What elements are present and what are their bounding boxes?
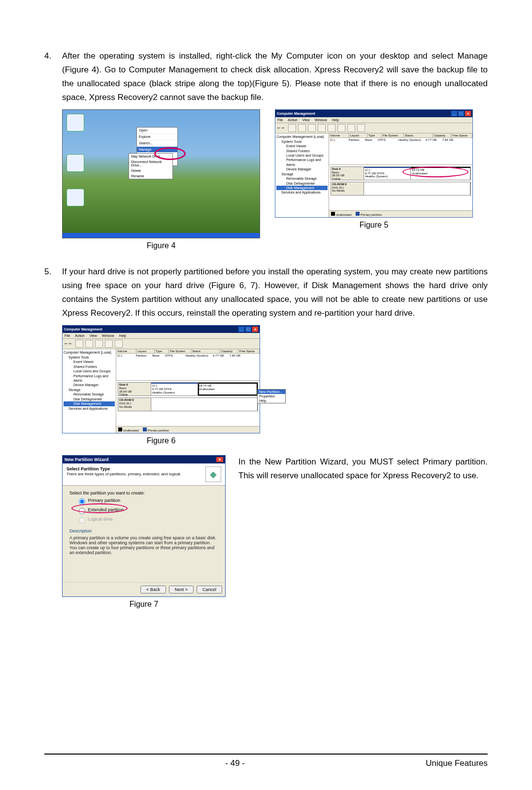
menu-file[interactable]: File [65,334,70,337]
tree-item[interactable]: Services and Applications [64,406,115,411]
tree-item[interactable]: Removable Storage [64,392,115,396]
ctx-help[interactable]: Help [258,398,285,403]
figure-5-caption: Figure 5 [360,221,389,230]
tool-button[interactable] [328,124,335,132]
tree-view[interactable]: Computer Management (Local)System ToolsE… [275,133,329,217]
tool-button[interactable] [105,340,113,348]
tree-item[interactable]: Event Viewer [276,144,328,148]
tree-item[interactable]: Disk Defragmenter [64,397,115,401]
close-button[interactable]: × [216,457,223,462]
volume-columns: Volume Layout Type File System Status Ca… [329,133,472,138]
ctx-new-partition[interactable]: New Partition... [258,390,285,394]
tree-item[interactable]: Disk Defragmenter [276,181,328,186]
highlight-ring [154,147,186,160]
menu-help[interactable]: Help [119,334,126,337]
tool-button[interactable] [357,124,365,132]
tree-item[interactable]: Shared Folders [276,149,328,153]
minimize-button[interactable]: _ [451,111,457,116]
tool-button[interactable] [337,124,345,132]
tree-item[interactable]: Computer Management (Local) [64,350,115,355]
tree-item[interactable]: Disk Management [64,401,115,406]
tool-button[interactable] [347,124,355,132]
tool-button[interactable] [75,340,83,348]
step5-number: 5. [44,265,62,320]
tool-button[interactable] [115,340,123,348]
ctx-search[interactable]: Search... [137,140,177,147]
cancel-button[interactable]: Cancel [197,586,222,593]
volume-list[interactable]: (C:) Partition Basic NTFS Healthy (Syste… [329,138,472,165]
menu-file[interactable]: File [277,118,283,122]
legend: Unallocated Primary partition [329,210,472,217]
tool-button[interactable] [308,124,316,132]
menu-bar[interactable]: File Action View Window Help [63,333,260,339]
minimize-button[interactable]: _ [238,327,244,332]
step4-number: 4. [44,49,62,104]
ctx-open[interactable]: Open [137,128,177,134]
tree-item[interactable]: Local Users and Groups [276,153,328,158]
disk-map[interactable]: Disk 0 Basic 28.50 GB Online (C:) 9.77 G… [329,165,472,210]
menu-action[interactable]: Action [75,334,84,337]
ctx-explore[interactable]: Explore [137,134,177,140]
tree-item[interactable]: Device Manager [276,167,328,171]
context-menu-new-partition[interactable]: New Partition... Properties Help [257,389,286,403]
tree-item[interactable]: Performance Logs and Alerts [276,158,328,167]
ctx-rename[interactable]: Rename [129,173,172,179]
menu-action[interactable]: Action [288,118,297,122]
tree-item[interactable]: Disk Management [276,186,328,190]
legend: Unallocated Primary partition [116,426,260,433]
tree-item[interactable]: Performance Logs and Alerts [64,374,115,383]
maximize-button[interactable]: □ [245,327,251,332]
wizard-subtext: There are three types of partitions: pri… [66,472,181,476]
back-button[interactable]: < Back [140,586,166,593]
tree-item[interactable]: Local Users and Groups [64,369,115,373]
opt-primary-label: Primary partition [88,498,121,503]
tree-item[interactable]: System Tools [64,355,115,360]
menu-window[interactable]: Window [315,118,327,122]
tool-button[interactable] [95,340,103,348]
disk-row[interactable]: Disk 0 Basic 28.50 GB Online (C:) 9.77 G… [118,382,258,396]
volume-list[interactable]: (C:) Partition Basic NTFS Healthy (Syste… [116,354,260,381]
ctx-delete[interactable]: Delete [129,168,172,173]
tool-button[interactable] [298,124,306,132]
maximize-button[interactable]: □ [458,111,464,116]
tree-item[interactable]: Storage [64,388,115,392]
tree-item[interactable]: Removable Storage [276,176,328,181]
taskbar [63,233,260,238]
desktop-icon [66,114,84,132]
tree-item[interactable]: Shared Folders [64,364,115,369]
tool-button[interactable] [288,124,296,132]
volume-columns: Volume Layout Type File System Status Ca… [116,349,260,354]
menu-bar[interactable]: File Action View Window Help [275,117,472,123]
radio-logical [79,517,85,524]
tree-item[interactable]: Event Viewer [64,360,115,364]
next-button[interactable]: Next > [169,586,194,593]
figure-4-caption: Figure 4 [147,241,176,250]
section-title: Unique Features [426,758,488,768]
desktop-icon [66,189,84,206]
step5-text: If your hard drive is not properly parti… [62,265,488,320]
close-button[interactable]: × [252,327,258,332]
tree-item[interactable]: Device Manager [64,383,115,387]
tree-item[interactable]: Computer Management (Local) [276,134,328,139]
tool-button[interactable] [85,340,93,348]
close-button[interactable]: × [465,111,471,116]
toolbar: ⇐ ⇒ [275,123,472,133]
tree-view[interactable]: Computer Management (Local)System ToolsE… [63,349,116,433]
wizard-prompt: Select the partition you want to create: [69,491,218,495]
disk-map[interactable]: Disk 0 Basic 28.50 GB Online (C:) 9.77 G… [116,381,260,426]
cdrom-row[interactable]: CD-ROM 0 DVD (D:) No Media [331,182,471,196]
ctx-properties[interactable]: Properties [258,394,285,398]
menu-view[interactable]: View [302,118,310,122]
opt-logical-label: Logical drive [88,517,113,522]
menu-window[interactable]: Window [102,334,114,337]
cdrom-row[interactable]: CD-ROM 0 DVD (D:) No Media [118,397,258,411]
tree-item[interactable]: Storage [276,172,328,176]
wizard-heading: Select Partition Type [66,466,110,471]
tree-item[interactable]: Services and Applications [276,190,328,195]
tool-button[interactable] [318,124,326,132]
figure-5-computer-management: Computer Management _ □ × File Action Vi… [275,109,473,218]
tree-item[interactable]: System Tools [276,139,328,144]
menu-help[interactable]: Help [332,118,339,122]
ctx-disconnect[interactable]: Disconnect Network Drive... [129,159,172,168]
menu-view[interactable]: View [90,334,97,337]
